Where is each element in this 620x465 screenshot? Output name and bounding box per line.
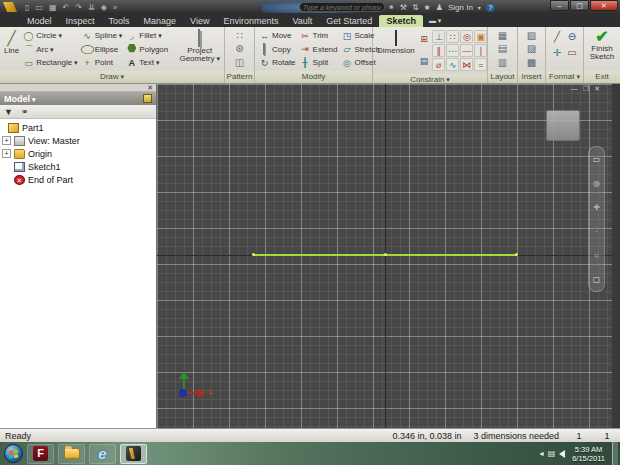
sign-in-button[interactable]: Sign In (448, 3, 473, 12)
maximize-button[interactable]: ▢ (570, 0, 589, 11)
panel-label-draw[interactable]: Draw (0, 71, 224, 83)
finish-sketch-button[interactable]: ✔ Finish Sketch (588, 28, 616, 70)
speaker-icon[interactable] (559, 450, 565, 458)
undo-icon[interactable]: ↶ (63, 3, 70, 12)
polygon-button[interactable]: Polygon (124, 43, 170, 56)
center-point-icon[interactable]: ✛ (550, 46, 564, 61)
tab-get-started[interactable]: Get Started (319, 15, 379, 27)
pan-icon[interactable]: ✛ (593, 203, 600, 212)
browser-doc-icon[interactable] (143, 94, 152, 103)
doc-restore-icon[interactable]: ❐ (583, 85, 589, 93)
zoom-icon[interactable]: · (595, 227, 598, 236)
user-icon[interactable]: ♟ (436, 3, 443, 12)
expander-icon[interactable]: + (2, 149, 11, 158)
steering-wheel-icon[interactable]: ◎ (593, 179, 600, 188)
point-button[interactable]: + Point (80, 56, 125, 69)
coincident-constraint-icon[interactable]: ∷ (446, 30, 459, 43)
auto-dimension-icon[interactable]: ⊞ (420, 33, 428, 46)
line-midpoint[interactable] (384, 253, 387, 256)
tab-vault[interactable]: Vault (285, 15, 319, 27)
tree-item-view-master[interactable]: + View: Master (0, 134, 156, 147)
panel-label-layout[interactable]: Layout (488, 71, 517, 83)
fillet-button[interactable]: ◞ Fillet (124, 29, 170, 42)
equal-constraint-icon[interactable]: = (474, 58, 487, 71)
trim-button[interactable]: ✂ Trim (298, 29, 340, 42)
make-components-icon[interactable]: ▤ (498, 42, 507, 55)
perpendicular-constraint-icon[interactable]: ⊥ (432, 30, 445, 43)
collinear-constraint-icon[interactable]: ⋯ (446, 44, 459, 57)
line-endpoint-right[interactable] (515, 253, 518, 256)
doc-close-icon[interactable]: ✕ (594, 85, 600, 93)
wrench-icon[interactable]: ⚒ (400, 3, 407, 12)
favorites-star-icon[interactable]: ★ (424, 3, 431, 12)
find-icon[interactable]: ⚭ (21, 107, 29, 117)
rotate-button[interactable]: ↻ Rotate (257, 56, 298, 69)
taskbar-item-f-app[interactable]: F (27, 444, 54, 464)
qat-more-icon[interactable]: » (113, 3, 117, 12)
tab-sketch[interactable]: Sketch (379, 15, 423, 27)
sketch-canvas[interactable]: — ❐ ✕ ▭ ◎ ✛ · ○ ▢ X (157, 84, 612, 428)
extend-button[interactable]: ⇥ Extend (298, 43, 340, 56)
horizontal-constraint-icon[interactable]: ― (460, 44, 473, 57)
make-part-icon[interactable]: ▦ (498, 29, 507, 42)
minimize-button[interactable]: – (550, 0, 569, 11)
look-at-icon[interactable]: ▢ (593, 275, 601, 284)
show-desktop-button[interactable] (612, 442, 618, 465)
panel-label-insert[interactable]: Insert (518, 71, 545, 83)
tree-item-part1[interactable]: Part1 (0, 121, 156, 134)
tree-item-end-of-part[interactable]: ✕ End of Part (0, 173, 156, 186)
project-geometry-button[interactable]: Project Geometry (177, 28, 222, 70)
tab-tools[interactable]: Tools (102, 15, 137, 27)
tree-item-origin[interactable]: + Origin (0, 147, 156, 160)
rectangular-pattern-icon[interactable]: ∷ (236, 29, 242, 42)
inventor-app-icon[interactable] (3, 2, 17, 12)
browser-close-icon[interactable]: ✕ (147, 84, 153, 91)
orbit-icon[interactable]: ○ (594, 251, 599, 260)
panel-label-pattern[interactable]: Pattern (225, 71, 254, 83)
browser-grip[interactable]: ✕ (0, 84, 156, 92)
show-constraints-icon[interactable]: ▤ (420, 55, 429, 68)
parallel-constraint-icon[interactable]: ∥ (432, 44, 445, 57)
signin-dropdown-icon[interactable]: ▾ (478, 4, 481, 11)
panel-label-format[interactable]: Format (546, 71, 583, 83)
ellipse-button[interactable]: ◯ Ellipse (80, 43, 125, 56)
new-file-icon[interactable]: ▯ (25, 3, 29, 12)
view-cube[interactable] (546, 110, 580, 141)
select-icon[interactable]: ◈ (101, 3, 107, 12)
panel-label-constrain[interactable]: Constrain (373, 74, 487, 83)
start-button[interactable] (4, 444, 23, 463)
split-button[interactable]: ╂ Split (298, 56, 340, 69)
move-button[interactable]: ↔ Move (257, 29, 298, 42)
redo-icon[interactable]: ↷ (75, 3, 82, 12)
tab-view[interactable]: View (183, 15, 216, 27)
text-button[interactable]: A Text (124, 56, 170, 69)
dimension-button[interactable]: Dimension (375, 28, 417, 73)
taskbar-item-inventor[interactable] (120, 444, 147, 464)
arc-button[interactable]: ⌒ Arc (21, 43, 80, 56)
open-file-icon[interactable]: ▭ (35, 3, 43, 12)
spline-button[interactable]: ∿ Spline (80, 29, 125, 42)
centerline-icon[interactable]: ⊖ (565, 30, 579, 45)
copy-button[interactable]: Copy (257, 43, 298, 56)
tab-inspect[interactable]: Inspect (59, 15, 102, 27)
exchange-icon[interactable]: ⇅ (412, 3, 419, 12)
taskbar-item-internet-explorer[interactable]: e (89, 444, 116, 464)
network-icon[interactable]: ▤ (548, 449, 556, 458)
expander-icon[interactable]: + (2, 136, 11, 145)
search-input[interactable] (299, 2, 385, 12)
tab-environments[interactable]: Environments (216, 15, 285, 27)
search-icon[interactable]: ⚭ (388, 3, 395, 12)
concentric-constraint-icon[interactable]: ◎ (460, 30, 473, 43)
insert-image-icon[interactable]: ▧ (527, 29, 536, 42)
mirror-icon[interactable]: ◫ (235, 56, 244, 69)
line-button[interactable]: ╱ Line (2, 28, 21, 70)
navbar-top-icon[interactable]: ▭ (593, 155, 601, 164)
driven-dimension-icon[interactable]: ▭ (565, 46, 579, 61)
circle-button[interactable]: ◯ Circle (21, 29, 80, 42)
rectangle-button[interactable]: ▭ Rectangle (21, 56, 80, 69)
line-endpoint-left[interactable] (252, 253, 255, 256)
smooth-constraint-icon[interactable]: ∿ (446, 58, 459, 71)
panel-label-modify[interactable]: Modify (255, 71, 372, 83)
circular-pattern-icon[interactable]: ⊛ (235, 42, 243, 55)
filter-icon[interactable]: ▼ (4, 107, 13, 117)
